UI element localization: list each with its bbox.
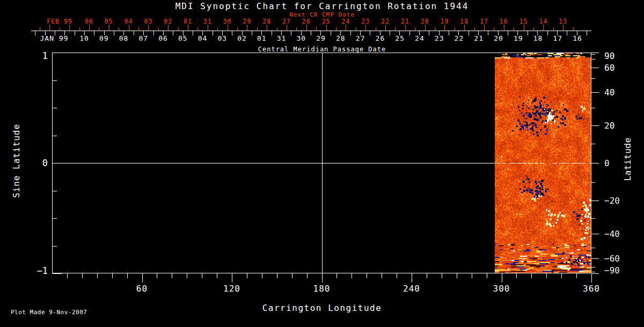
next-cr-date-label: 05 xyxy=(105,18,113,25)
cmp-date-tick xyxy=(134,31,134,35)
x-axis-tick xyxy=(576,273,577,278)
x-axis-tick xyxy=(127,273,128,278)
y-left-tick xyxy=(53,163,62,164)
next-cr-tick xyxy=(119,27,119,31)
cmp-date-tick xyxy=(55,31,55,35)
x-axis-tick xyxy=(172,273,172,278)
y-right-tick-label: −40 xyxy=(604,229,620,239)
next-cr-date-label: 27 xyxy=(282,18,291,25)
next-cr-date-label: 23 xyxy=(361,18,370,25)
next-cr-tick xyxy=(573,27,574,31)
next-cr-tick xyxy=(524,25,524,31)
y-right-tick-label: −20 xyxy=(604,196,620,206)
next-cr-tick xyxy=(40,27,40,31)
cmp-date-label: 06 xyxy=(158,34,168,42)
cmp-date-label: 05 xyxy=(178,34,188,42)
y-left-tick xyxy=(53,218,57,219)
next-cr-date-label: 01 xyxy=(184,18,192,25)
x-axis-tick xyxy=(247,273,247,278)
cmp-date-label: 24 xyxy=(415,34,425,42)
next-cr-tick xyxy=(109,25,109,31)
cmp-date-tick xyxy=(45,31,46,35)
cmp-date-tick xyxy=(469,31,469,35)
next-cr-tick xyxy=(129,25,129,31)
y-right-tick xyxy=(591,54,595,55)
cmp-date-tick xyxy=(331,31,331,35)
cmp-date-label: 18 xyxy=(533,34,543,42)
next-cr-tick xyxy=(287,25,287,31)
cmp-date-tick xyxy=(390,31,390,35)
y-right-tick xyxy=(591,53,599,53)
y-right-tick-label: −90 xyxy=(604,265,620,276)
next-cr-tick xyxy=(89,25,90,31)
x-axis-tick xyxy=(412,273,412,283)
next-cr-date-label: 26 xyxy=(302,18,311,25)
next-cr-tick xyxy=(553,27,554,31)
x-axis-tick xyxy=(82,273,83,278)
x-axis-tick xyxy=(97,273,98,278)
next-cr-tick xyxy=(336,27,336,31)
next-cr-date-label: 25 xyxy=(322,18,331,25)
cmp-date-tick xyxy=(429,31,429,35)
next-cr-tick xyxy=(79,27,80,31)
x-axis-tick xyxy=(202,273,202,278)
cmp-date-label: 21 xyxy=(474,34,484,42)
cmp-date-label: 31 xyxy=(277,34,287,42)
next-cr-tick xyxy=(563,25,564,31)
page-title: MDI Synoptic Chart for Carrington Rotati… xyxy=(175,1,469,11)
cmp-date-tick xyxy=(94,31,94,35)
cmp-date-label: 19 xyxy=(514,34,523,42)
cmp-date-tick xyxy=(449,31,449,35)
y-right-tick xyxy=(591,144,595,144)
cmp-axis-title: Central Meridian Passage Date xyxy=(258,46,386,53)
x-axis-tick xyxy=(442,273,442,278)
next-cr-tick xyxy=(49,25,50,31)
next-cr-tick xyxy=(99,27,99,31)
y-axis-right-title: Latitude xyxy=(623,137,633,181)
x-axis-title: Carrington Longitude xyxy=(262,303,382,313)
next-cr-tick xyxy=(444,25,445,31)
y-right-tick xyxy=(591,272,595,272)
next-cr-tick xyxy=(316,27,317,31)
y-right-tick xyxy=(591,92,599,93)
x-axis-tick xyxy=(217,273,217,278)
cmp-date-label: 07 xyxy=(138,34,148,42)
cmp-date-tick xyxy=(587,31,587,35)
next-cr-tick xyxy=(168,25,169,31)
x-axis-tick xyxy=(277,273,277,278)
next-cr-date-label: 19 xyxy=(440,18,449,25)
next-cr-tick xyxy=(484,25,485,31)
x-tick-label: 360 xyxy=(583,284,600,294)
next-cr-tick xyxy=(296,27,297,31)
cmp-date-tick xyxy=(272,31,272,35)
cmp-date-tick xyxy=(567,31,567,35)
cmp-date-label: 16 xyxy=(573,34,582,42)
x-tick-label: 60 xyxy=(136,284,148,294)
x-axis-tick xyxy=(531,273,532,278)
x-axis-tick xyxy=(561,273,562,278)
x-axis-tick xyxy=(307,273,308,278)
y-left-tick xyxy=(53,108,57,108)
next-cr-tick xyxy=(247,25,247,31)
x-tick-label: 120 xyxy=(223,284,240,294)
y-right-tick-label: −60 xyxy=(604,254,620,264)
cmp-date-tick xyxy=(193,31,193,35)
mdi-synoptic-chart: MDI Synoptic Chart for Carrington Rotati… xyxy=(0,0,644,327)
cmp-date-label: 29 xyxy=(316,34,326,42)
next-cr-tick xyxy=(197,27,198,31)
cmp-date-tick xyxy=(213,31,213,35)
y-right-tick xyxy=(591,108,595,108)
next-cr-tick xyxy=(138,27,139,31)
cmp-date-label: 25 xyxy=(395,34,405,42)
cmp-date-label: 20 xyxy=(494,34,503,42)
next-cr-tick xyxy=(208,25,208,31)
x-axis-tick xyxy=(292,273,292,278)
next-cr-date-label: 17 xyxy=(480,18,488,25)
y-right-tick xyxy=(591,218,595,219)
next-cr-tick xyxy=(148,25,149,31)
cmp-date-tick xyxy=(547,31,548,35)
next-cr-tick xyxy=(474,27,475,31)
cmp-date-tick xyxy=(35,31,35,35)
x-axis-tick xyxy=(262,273,262,278)
next-cr-tick xyxy=(365,25,366,31)
